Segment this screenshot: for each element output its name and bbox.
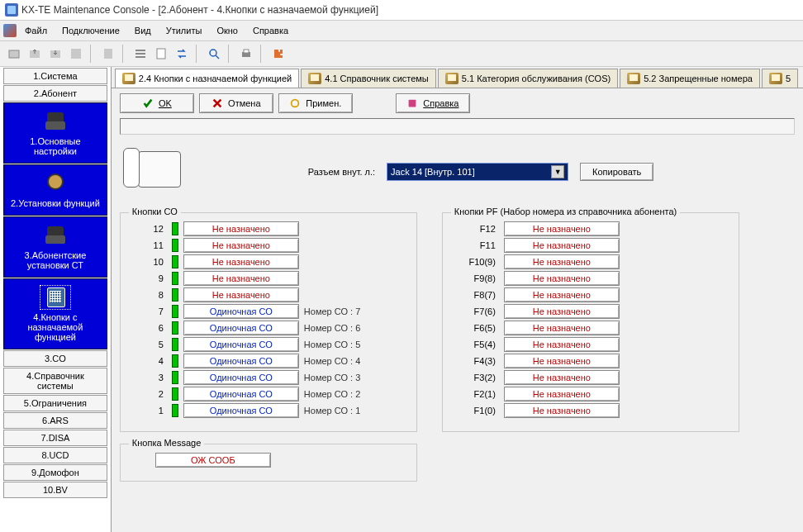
sidebar-item-system[interactable]: 1.Система [3, 68, 107, 84]
tb-sdcard-icon[interactable] [99, 45, 117, 63]
co-number: 12 [132, 224, 167, 234]
pf-number: F3(2) [454, 373, 499, 382]
tab-overflow[interactable]: 5 [762, 69, 798, 88]
co-slot-button[interactable]: Одиночная СО [183, 387, 299, 401]
tab-cos[interactable]: 5.1 Категория обслуживания (COS) [438, 69, 618, 88]
tab-function-buttons[interactable]: 2.4 Кнопки с назначаемой функцией [115, 69, 299, 88]
menu-help[interactable]: Справка [246, 23, 295, 38]
lamp-icon [172, 305, 178, 318]
co-slot-button[interactable]: Одиночная СО [183, 321, 299, 335]
lamp-icon [172, 288, 178, 302]
co-row: 3Одиночная СОНомер СО : 3 [132, 370, 405, 385]
menu-view[interactable]: Вид [128, 23, 158, 38]
dropdown-arrow-icon: ▼ [551, 165, 564, 178]
co-slot-button[interactable]: Одиночная СО [183, 304, 299, 319]
tb-print-icon[interactable] [237, 45, 255, 63]
pf-slot-button[interactable]: Не назначено [504, 321, 620, 335]
tab-label: 5.2 Запрещенные номера [644, 74, 753, 83]
apply-button[interactable]: Примен. [278, 93, 353, 113]
toolbar [0, 41, 803, 67]
svg-rect-3 [71, 49, 81, 59]
action-buttons: OK Отмена Примен. Справка [120, 93, 795, 113]
phone2-icon [40, 224, 70, 247]
sidebar-item-ars[interactable]: 6.ARS [3, 412, 107, 429]
menu-utilities[interactable]: Утилиты [159, 23, 209, 38]
sidebar-item-bv[interactable]: 10.BV [3, 482, 107, 498]
message-button[interactable]: ОЖ СООБ [155, 453, 271, 468]
sidebar-item-doorphone[interactable]: 9.Домофон [3, 464, 107, 481]
menu-connection[interactable]: Подключение [55, 23, 126, 38]
co-row: 11Не назначено [132, 238, 405, 253]
svg-rect-5 [135, 50, 145, 51]
sidebar-item-ucd[interactable]: 8.UCD [3, 447, 107, 463]
sidebar-item-disa[interactable]: 7.DISA [3, 430, 107, 446]
pf-row: F2(1)Не назначено [454, 387, 727, 401]
co-slot-button[interactable]: Одиночная СО [183, 403, 299, 418]
pf-slot-button[interactable]: Не назначено [504, 387, 620, 401]
book-icon [406, 97, 418, 109]
pf-slot-button[interactable]: Не назначено [504, 254, 620, 269]
sidebar-item-directory[interactable]: 4.Справочник системы [3, 368, 107, 394]
co-slot-button[interactable]: Одиночная СО [183, 370, 299, 385]
menu-file[interactable]: Файл [18, 23, 54, 38]
tb-save-icon[interactable] [67, 45, 85, 63]
co-slot-button[interactable]: Не назначено [183, 238, 299, 253]
sidebar-item-subscriber[interactable]: 2.Абонент [3, 85, 107, 102]
co-number: 1 [132, 406, 167, 416]
pf-slot-button[interactable]: Не назначено [504, 221, 620, 236]
co-slot-button[interactable]: Не назначено [183, 221, 299, 236]
co-slot-button[interactable]: Одиночная СО [183, 354, 299, 368]
gear-icon [40, 172, 70, 195]
co-extra: Номер СО : 2 [304, 389, 360, 399]
pf-slot-button[interactable]: Не назначено [504, 271, 620, 286]
co-slot-button[interactable]: Одиночная СО [183, 337, 299, 352]
pf-row: F6(5)Не назначено [454, 321, 727, 335]
jack-select[interactable]: Jack 14 [Внутр. 101] ▼ [387, 163, 568, 181]
titlebar: KX-TE Maintenance Console - [2.Абонент -… [0, 0, 803, 21]
co-slot-button[interactable]: Не назначено [183, 254, 299, 269]
pf-slot-button[interactable]: Не назначено [504, 287, 620, 302]
svg-point-12 [292, 100, 299, 107]
sidebar-item-basic-settings[interactable]: 1.Основные настройки [3, 102, 107, 164]
pf-slot-button[interactable]: Не назначено [504, 238, 620, 253]
tb-list-icon[interactable] [131, 45, 150, 63]
lamp-icon [172, 371, 178, 384]
co-slot-button[interactable]: Не назначено [183, 271, 299, 286]
lamp-icon [172, 404, 178, 417]
copy-button[interactable]: Копировать [580, 163, 653, 181]
sidebar-item-co[interactable]: 3.CO [3, 350, 107, 367]
pf-slot-button[interactable]: Не назначено [504, 304, 620, 319]
tb-open-icon[interactable] [5, 45, 23, 63]
check-icon [142, 97, 154, 109]
tb-search-icon[interactable] [205, 45, 223, 63]
tab-system-directory[interactable]: 4.1 Справочник системы [301, 69, 436, 88]
cancel-button[interactable]: Отмена [199, 93, 273, 113]
ok-button[interactable]: OK [120, 93, 194, 113]
tb-upload-icon[interactable] [26, 45, 44, 63]
co-group-label: Кнопки CO [129, 207, 181, 216]
help-button[interactable]: Справка [396, 93, 470, 113]
menu-window[interactable]: Окно [210, 23, 245, 38]
pf-row: F7(6)Не назначено [454, 304, 727, 319]
tb-swap-icon[interactable] [173, 45, 191, 63]
tb-puzzle-icon[interactable] [269, 45, 287, 63]
co-extra: Номер СО : 3 [304, 373, 360, 382]
sidebar-item-restrictions[interactable]: 5.Ограничения [3, 395, 107, 411]
pf-slot-button[interactable]: Не назначено [504, 337, 620, 352]
pf-group-label: Кнопки PF (Набор номера из справочника а… [451, 207, 680, 216]
sidebar-item-station-settings[interactable]: 3.Абонентские установки СТ [3, 216, 107, 278]
pf-slot-button[interactable]: Не назначено [504, 354, 620, 368]
pf-number: F4(3) [454, 356, 499, 366]
pf-slot-button[interactable]: Не назначено [504, 370, 620, 385]
pf-group: Кнопки PF (Набор номера из справочника а… [442, 212, 739, 432]
co-slot-button[interactable]: Не назначено [183, 287, 299, 302]
tab-restricted-numbers[interactable]: 5.2 Запрещенные номера [620, 69, 760, 88]
pf-number: F8(7) [454, 290, 499, 300]
tb-page-icon[interactable] [152, 45, 170, 63]
pf-row: F9(8)Не назначено [454, 271, 727, 286]
sidebar-item-function-settings[interactable]: 2.Установки функций [3, 164, 107, 216]
cancel-label: Отмена [228, 98, 260, 108]
pf-slot-button[interactable]: Не назначено [504, 403, 620, 418]
sidebar-item-function-buttons[interactable]: 4.Кнопки с назначаемой функцией [3, 278, 107, 349]
tb-download-icon[interactable] [46, 45, 64, 63]
